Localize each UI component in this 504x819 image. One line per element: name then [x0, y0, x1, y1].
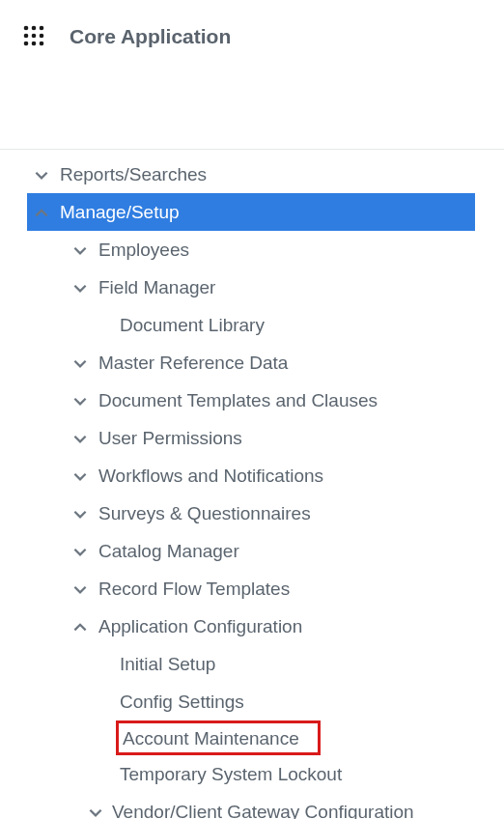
nav-item-label: Employees — [91, 240, 189, 259]
nav-item-label: Document Library — [91, 316, 265, 334]
svg-point-5 — [40, 34, 44, 39]
nav-item[interactable]: Initial Setup — [0, 645, 504, 683]
nav-item[interactable]: Surveys & Questionnaires — [0, 494, 504, 532]
nav-item-label: Record Flow Templates — [91, 579, 290, 598]
nav-item-label: Catalog Manager — [91, 542, 239, 560]
nav-item-label: Workflows and Notifications — [91, 466, 323, 485]
chevron-down-icon[interactable] — [70, 505, 91, 522]
app-grid-icon[interactable] — [23, 25, 44, 46]
nav-item[interactable]: Application Configuration — [0, 607, 504, 645]
nav-item-label: Reports/Searches — [52, 165, 207, 184]
nav-item-label: Master Reference Data — [91, 353, 288, 372]
svg-point-8 — [40, 42, 44, 46]
nav-item[interactable]: Catalog Manager — [0, 532, 504, 570]
nav-item-selected[interactable]: Manage/Setup — [27, 193, 475, 231]
chevron-down-icon[interactable] — [70, 354, 91, 372]
nav-tree: Reports/Searches Manage/Setup Employees … — [0, 150, 504, 819]
svg-point-4 — [32, 34, 37, 39]
chevron-down-icon[interactable] — [85, 804, 106, 820]
chevron-down-icon[interactable] — [70, 580, 91, 598]
svg-point-7 — [32, 42, 37, 46]
nav-item[interactable]: Temporary System Lockout — [0, 755, 504, 793]
nav-item-label: Temporary System Lockout — [97, 765, 342, 783]
chevron-down-icon[interactable] — [70, 392, 91, 410]
chevron-down-icon[interactable] — [70, 241, 91, 259]
nav-item-label: Document Templates and Clauses — [91, 391, 378, 410]
nav-item-label: Account Maintenance — [123, 729, 299, 748]
app-header: Core Application — [0, 0, 504, 150]
nav-item[interactable]: Config Settings — [0, 683, 504, 720]
nav-item[interactable]: Document Library — [0, 306, 504, 344]
chevron-up-icon[interactable] — [31, 204, 52, 221]
nav-item-highlighted[interactable]: Account Maintenance — [116, 720, 321, 755]
svg-point-6 — [24, 42, 29, 46]
nav-item[interactable]: Reports/Searches — [0, 155, 504, 193]
nav-item[interactable]: Document Templates and Clauses — [0, 381, 504, 419]
svg-point-3 — [24, 34, 29, 39]
nav-item[interactable]: Workflows and Notifications — [0, 457, 504, 494]
nav-item[interactable]: Master Reference Data — [0, 344, 504, 381]
chevron-down-icon[interactable] — [70, 279, 91, 297]
svg-point-0 — [24, 26, 29, 31]
app-title: Core Application — [70, 25, 231, 48]
nav-item-label: Surveys & Questionnaires — [91, 504, 311, 522]
nav-item-label: Vendor/Client Gateway Configuration — [106, 803, 414, 819]
nav-item-label: User Permissions — [91, 429, 242, 447]
nav-item[interactable]: Field Manager — [0, 268, 504, 306]
nav-item[interactable]: User Permissions — [0, 419, 504, 457]
nav-item[interactable]: Record Flow Templates — [0, 570, 504, 607]
svg-point-1 — [32, 26, 37, 31]
nav-item-label: Application Configuration — [91, 617, 302, 635]
chevron-down-icon[interactable] — [70, 430, 91, 447]
nav-item-label: Field Manager — [91, 278, 215, 297]
nav-item-label: Initial Setup — [97, 655, 215, 673]
chevron-down-icon[interactable] — [70, 467, 91, 485]
nav-item-label: Config Settings — [97, 692, 244, 711]
nav-item-label: Manage/Setup — [52, 203, 180, 221]
svg-point-2 — [40, 26, 44, 31]
chevron-down-icon[interactable] — [31, 166, 52, 184]
chevron-down-icon[interactable] — [70, 543, 91, 560]
nav-item[interactable]: Vendor/Client Gateway Configuration — [0, 793, 504, 819]
chevron-up-icon[interactable] — [70, 618, 91, 635]
nav-item[interactable]: Employees — [0, 231, 504, 268]
